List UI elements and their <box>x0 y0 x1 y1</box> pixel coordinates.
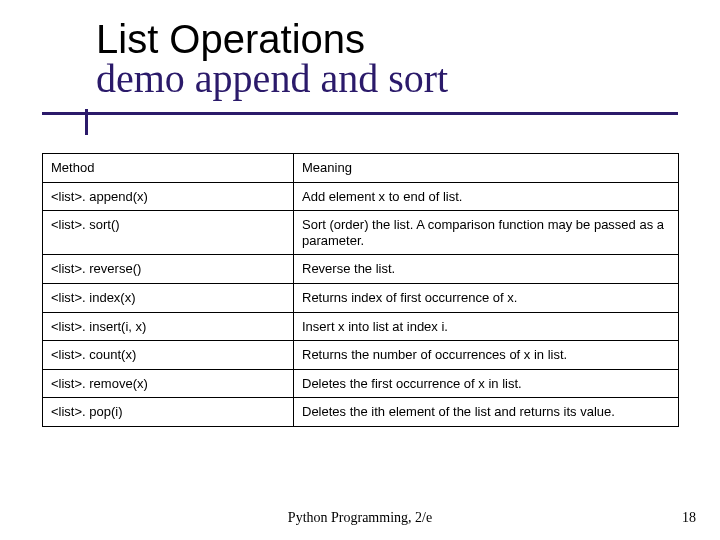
cell-meaning: Sort (order) the list. A comparison func… <box>294 211 679 255</box>
table-row: <list>. index(x) Returns index of first … <box>43 283 679 312</box>
cell-meaning: Reverse the list. <box>294 255 679 284</box>
table-row: <list>. count(x) Returns the number of o… <box>43 341 679 370</box>
cell-meaning: Add element x to end of list. <box>294 182 679 211</box>
cell-method: <list>. remove(x) <box>43 369 294 398</box>
table-row: <list>. append(x) Add element x to end o… <box>43 182 679 211</box>
slide: List Operations demo append and sort Met… <box>0 0 720 540</box>
page-number: 18 <box>682 510 696 526</box>
title-line-1: List Operations <box>96 18 656 60</box>
cell-method: <list>. reverse() <box>43 255 294 284</box>
table-header-row: Method Meaning <box>43 154 679 183</box>
cell-meaning: Insert x into list at index i. <box>294 312 679 341</box>
cell-method: <list>. sort() <box>43 211 294 255</box>
methods-table: Method Meaning <list>. append(x) Add ele… <box>42 153 679 427</box>
cell-method: <list>. index(x) <box>43 283 294 312</box>
footer-text: Python Programming, 2/e <box>0 510 720 526</box>
header-method: Method <box>43 154 294 183</box>
header-meaning: Meaning <box>294 154 679 183</box>
cell-meaning: Deletes the first occurrence of x in lis… <box>294 369 679 398</box>
table-row: <list>. remove(x) Deletes the first occu… <box>43 369 679 398</box>
title-accent-tick <box>85 109 88 135</box>
cell-method: <list>. insert(i, x) <box>43 312 294 341</box>
cell-meaning: Returns the number of occurrences of x i… <box>294 341 679 370</box>
table-row: <list>. reverse() Reverse the list. <box>43 255 679 284</box>
title-underline <box>42 112 678 115</box>
table-row: <list>. pop(i) Deletes the ith element o… <box>43 398 679 427</box>
cell-method: <list>. count(x) <box>43 341 294 370</box>
title-line-2: demo append and sort <box>96 58 656 100</box>
slide-title: List Operations demo append and sort <box>96 18 656 100</box>
cell-method: <list>. append(x) <box>43 182 294 211</box>
cell-method: <list>. pop(i) <box>43 398 294 427</box>
cell-meaning: Returns index of first occurrence of x. <box>294 283 679 312</box>
table-row: <list>. sort() Sort (order) the list. A … <box>43 211 679 255</box>
cell-meaning: Deletes the ith element of the list and … <box>294 398 679 427</box>
table-row: <list>. insert(i, x) Insert x into list … <box>43 312 679 341</box>
